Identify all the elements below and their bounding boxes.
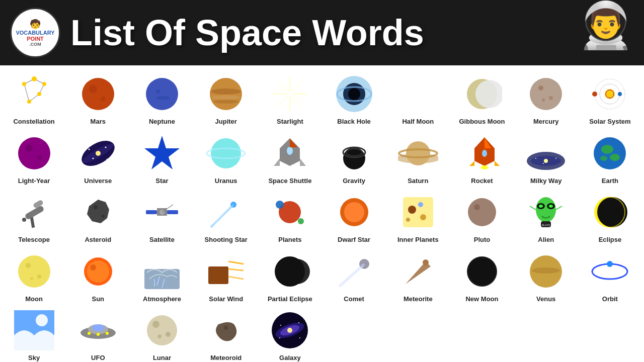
word-icon-satellite	[137, 190, 187, 235]
word-icon-sun	[73, 249, 123, 294]
word-icon-solar-system	[585, 71, 635, 117]
svg-point-85	[601, 145, 613, 154]
svg-point-159	[97, 333, 100, 336]
svg-point-83	[543, 163, 544, 164]
word-icon-telescope	[9, 190, 59, 235]
word-item-venus: Venus	[514, 247, 578, 306]
svg-point-41	[542, 99, 545, 102]
svg-rect-95	[146, 210, 157, 214]
word-label: Rocket	[471, 177, 493, 185]
word-label: Meteorite	[404, 295, 433, 303]
word-label: Earth	[602, 177, 618, 185]
svg-point-164	[157, 334, 162, 338]
word-item-uranus: Uranus	[194, 129, 258, 188]
word-icon-comet	[329, 249, 379, 294]
svg-point-163	[166, 332, 171, 337]
svg-line-144	[339, 264, 364, 287]
word-item-solar-system: Solar System	[578, 69, 642, 129]
svg-marker-63	[274, 158, 280, 166]
svg-point-12	[42, 82, 46, 86]
word-item-eclipse: Eclipse	[578, 188, 642, 247]
svg-point-14	[27, 100, 31, 104]
word-item-neptune: Neptune	[130, 69, 194, 129]
svg-point-80	[544, 159, 548, 163]
svg-point-31	[287, 92, 292, 97]
svg-point-59	[211, 138, 241, 168]
word-label: Comet	[344, 295, 364, 303]
svg-point-131	[87, 260, 109, 283]
word-icon-rocket	[457, 131, 507, 176]
word-item-asteroid: Asteroid	[66, 188, 130, 247]
word-icon-meteorite	[393, 249, 443, 294]
word-icon-universe	[73, 131, 123, 176]
svg-point-15	[82, 78, 114, 110]
svg-marker-58	[144, 136, 180, 169]
word-icon-half-moon	[393, 71, 443, 117]
word-item-mercury: Mercury	[514, 69, 578, 129]
svg-point-42	[605, 89, 615, 99]
svg-point-103	[276, 201, 284, 209]
word-label: UFO	[91, 354, 105, 362]
word-item-atmosphere: Atmosphere	[130, 247, 194, 306]
svg-point-40	[549, 96, 553, 100]
page-title: List Of Space Words	[70, 12, 634, 53]
svg-point-56	[92, 157, 94, 159]
word-label: Milky Way	[530, 177, 561, 185]
word-icon-solar-wind	[201, 249, 251, 294]
word-icon-galaxy	[265, 308, 315, 353]
svg-point-171	[298, 322, 299, 323]
word-label: Jupiter	[215, 118, 237, 126]
svg-point-77	[480, 165, 489, 169]
svg-point-113	[474, 204, 480, 210]
svg-point-112	[468, 198, 496, 226]
word-label: Uranus	[215, 177, 237, 185]
word-item-galaxy: Galaxy	[258, 306, 322, 362]
svg-point-81	[535, 158, 536, 159]
word-item-sky: Sky	[2, 306, 66, 362]
word-label: Planets	[278, 236, 301, 244]
word-label: Gibbous Moon	[459, 118, 505, 126]
svg-line-145	[342, 266, 363, 286]
word-item-satellite: Satellite	[130, 188, 194, 247]
svg-point-55	[105, 146, 106, 148]
word-grid: ConstellationMarsNeptuneJupiterStarlight…	[0, 65, 644, 362]
word-label: Pluto	[474, 236, 491, 244]
svg-point-48	[18, 137, 50, 169]
svg-rect-137	[208, 266, 228, 284]
svg-point-128	[37, 275, 41, 279]
word-item-black-hole: Black Hole	[322, 69, 386, 129]
svg-point-54	[88, 148, 90, 150]
svg-point-87	[600, 156, 607, 161]
word-item-gravity: Gravity	[322, 129, 386, 188]
word-icon-light-year	[9, 131, 59, 176]
word-item-meteoroid: Meteoroid	[194, 306, 258, 362]
word-item-saturn: Saturn	[386, 129, 450, 188]
word-label: Meteoroid	[210, 354, 242, 362]
svg-point-124	[597, 197, 627, 227]
word-icon-orbit	[585, 249, 635, 294]
word-icon-mercury	[521, 71, 571, 117]
svg-point-91	[22, 218, 26, 222]
svg-point-53	[96, 151, 101, 156]
word-item-constellation: Constellation	[2, 69, 66, 129]
word-icon-milky-way	[521, 131, 571, 176]
logo-dotcom: .COM	[29, 42, 41, 47]
word-icon-new-moon	[457, 249, 507, 294]
word-item-shooting-star: Shooting Star	[194, 188, 258, 247]
svg-point-129	[30, 277, 33, 280]
svg-point-162	[152, 321, 159, 328]
svg-point-50	[37, 155, 42, 160]
word-icon-gibbous-moon	[457, 71, 507, 117]
word-icon-shooting-star	[201, 190, 251, 235]
word-label: Mercury	[533, 118, 559, 126]
word-label: Black Hole	[337, 118, 370, 126]
word-item-ufo: UFO	[66, 306, 130, 362]
logo-vocab: VOCABULARY	[16, 30, 54, 36]
word-item-half-moon: Half Moon	[386, 69, 450, 129]
word-item-space-shuttle: Space Shuttle	[258, 129, 322, 188]
svg-point-152	[607, 261, 613, 267]
logo: 🧒 VOCABULARY POINT .COM	[10, 8, 60, 58]
word-icon-jupiter	[201, 71, 251, 117]
word-icon-asteroid	[73, 190, 123, 235]
word-label: Venus	[536, 295, 555, 303]
